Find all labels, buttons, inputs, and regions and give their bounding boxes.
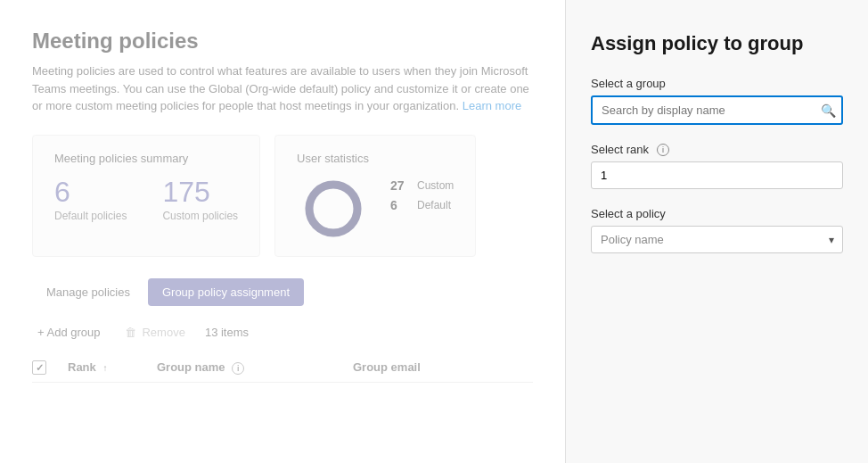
search-icon: 🔍 — [821, 103, 836, 118]
select-policy-section: Select a policy Policy name ▾ — [591, 207, 843, 253]
panel-title: Assign policy to group — [591, 32, 843, 55]
policy-select-wrapper: Policy name ▾ — [591, 226, 843, 253]
search-group-wrapper: 🔍 — [591, 95, 843, 125]
select-rank-label: Select rank i — [591, 143, 843, 156]
search-icon-button[interactable]: 🔍 — [821, 103, 836, 118]
select-rank-section: Select rank i — [591, 143, 843, 189]
rank-info-icon[interactable]: i — [657, 144, 669, 156]
select-policy-label: Select a policy — [591, 207, 843, 220]
select-group-section: Select a group 🔍 — [591, 77, 843, 125]
right-panel: Assign policy to group Select a group 🔍 … — [565, 0, 868, 463]
overlay-dimmer — [0, 0, 565, 463]
policy-select[interactable]: Policy name — [591, 226, 843, 253]
rank-input[interactable] — [591, 161, 843, 189]
select-group-label: Select a group — [591, 77, 843, 90]
search-group-input[interactable] — [591, 95, 843, 125]
left-panel: Meeting policies Meeting policies are us… — [0, 0, 565, 463]
